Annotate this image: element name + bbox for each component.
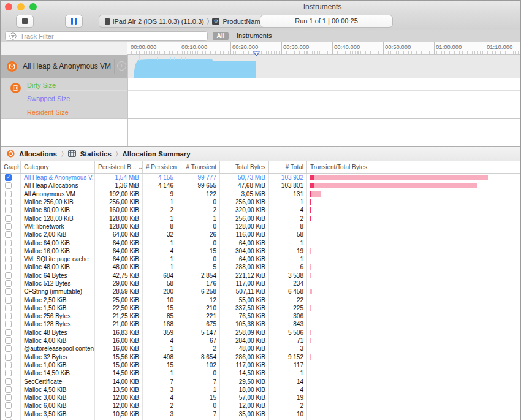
category-cell: Malloc 128 Bytes <box>21 320 95 328</box>
column-header-num-transient[interactable]: # Transient <box>177 161 220 173</box>
table-row[interactable]: Malloc 48,00 KiB48,00 KiB15288,00 KiB6 <box>1 263 520 271</box>
table-row[interactable]: Malloc 128,00 KiB128,00 KiB11256,00 KiB2 <box>1 214 520 222</box>
table-row[interactable]: Malloc 48 Bytes16,83 KiB3595 147258,09 K… <box>1 329 520 337</box>
minimize-window-icon[interactable] <box>17 3 25 10</box>
table-row[interactable]: All Heap Allocations1,36 MiB4 14699 6554… <box>1 181 520 189</box>
pause-button[interactable] <box>65 15 83 28</box>
table-row[interactable]: Malloc 80,00 KiB160,00 KiB22320,00 KiB4 <box>1 206 520 214</box>
column-header-category[interactable]: Category <box>21 161 95 173</box>
graph-checkbox[interactable] <box>5 378 12 385</box>
table-row[interactable]: Malloc 128 Bytes21,00 KiB168675105,38 Ki… <box>1 320 520 328</box>
breadcrumb-statistics[interactable]: Statistics <box>80 150 112 158</box>
table-row[interactable]: Malloc 512 Bytes29,00 KiB58176117,00 KiB… <box>1 280 520 288</box>
stat-label-resident-size[interactable]: Resident Size <box>27 109 69 116</box>
table-row[interactable]: Malloc 4,50 KiB13,50 KiB3118,00 KiB4 <box>1 386 520 394</box>
table-row[interactable]: @autoreleasepool content16,00 KiB1248,00… <box>1 345 520 353</box>
playhead-marker-icon[interactable] <box>253 51 260 56</box>
column-header-num-persistent[interactable]: # Persistent <box>143 161 177 173</box>
table-row[interactable]: Malloc 64,00 KiB64,00 KiB1064,00 KiB1 <box>1 239 520 246</box>
table-row[interactable]: Malloc 1,50 KiB22,50 KiB15210337,50 KiB2… <box>1 304 520 312</box>
graph-checkbox[interactable] <box>5 297 12 304</box>
graph-checkbox[interactable] <box>5 199 12 205</box>
graph-checkbox[interactable] <box>5 215 12 222</box>
graph-checkbox[interactable] <box>5 191 12 197</box>
graph-checkbox[interactable] <box>5 207 12 213</box>
table-row[interactable]: Malloc 3,50 KiB10,50 KiB3735,00 KiB10 <box>1 410 520 418</box>
all-badge[interactable]: All <box>213 32 229 40</box>
breadcrumb-allocation-summary[interactable]: Allocation Summary <box>122 150 190 158</box>
graph-checkbox[interactable] <box>5 231 12 238</box>
graph-checkbox[interactable] <box>5 256 12 262</box>
time-tick-label: 00:20.000 <box>232 44 258 50</box>
graph-checkbox[interactable] <box>5 402 12 409</box>
track-vm-sizes[interactable]: Dirty SizeSwapped SizeResident Size <box>1 78 520 119</box>
column-header-total-bytes[interactable]: Total Bytes <box>220 161 269 173</box>
table-row[interactable]: All Anonymous VM192,00 KiB91223,05 MiB13… <box>1 190 520 198</box>
table-row[interactable]: SecCertificate14,00 KiB7729,50 KiB14 <box>1 377 520 385</box>
table-row[interactable]: Malloc 1,00 KiB15,00 KiB15102117,00 KiB1… <box>1 361 520 369</box>
stat-label-dirty-size[interactable]: Dirty Size <box>27 82 56 89</box>
column-header-transient-total-bytes[interactable]: Transient/Total Bytes <box>307 161 520 173</box>
playhead-line[interactable] <box>256 55 256 146</box>
time-ruler[interactable]: 00:00.00000:10.00000:20.00000:30.00000:4… <box>1 42 520 55</box>
stop-button[interactable] <box>16 15 34 28</box>
table-row[interactable]: Malloc 16,00 KiB64,00 KiB415304,00 KiB19 <box>1 247 520 255</box>
graph-checkbox[interactable] <box>5 362 12 368</box>
track-label-all-heap[interactable]: All Heap & Anonymous VM + <box>1 55 127 78</box>
add-instrument-button[interactable]: + <box>117 61 126 71</box>
track-label-vm-sizes[interactable]: Dirty SizeSwapped SizeResident Size <box>1 78 127 118</box>
graph-checkbox[interactable] <box>5 288 12 295</box>
graph-checkbox[interactable] <box>5 272 12 279</box>
track-title: All Heap & Anonymous VM <box>23 62 111 71</box>
run-info[interactable]: Run 1 of 1 | 00:00:25 <box>260 15 393 28</box>
table-row[interactable]: CFString (immutable)28,59 KiB2006 258507… <box>1 288 520 296</box>
table-row[interactable]: Malloc 2,50 KiB25,00 KiB101255,00 KiB22 <box>1 296 520 304</box>
graph-checkbox[interactable] <box>5 240 12 246</box>
graph-checkbox[interactable] <box>5 313 12 319</box>
graph-checkbox[interactable] <box>5 386 12 393</box>
table-row[interactable]: Malloc 3,00 KiB12,00 KiB41557,00 KiB19 <box>1 394 520 402</box>
zoom-window-icon[interactable] <box>29 3 37 10</box>
graph-checkbox[interactable] <box>5 321 12 327</box>
graph-checkbox[interactable] <box>5 248 12 254</box>
table-row[interactable]: Malloc 32 Bytes15,56 KiB4988 654286,00 K… <box>1 353 520 361</box>
pause-icon <box>71 18 77 25</box>
graph-checkbox[interactable] <box>5 354 12 361</box>
table-row[interactable]: Malloc 64 Bytes42,75 KiB6842 854221,12 K… <box>1 272 520 280</box>
table-row[interactable]: VM: libnetwork128,00 KiB80128,00 KiB8 <box>1 223 520 231</box>
category-cell: Malloc 48,00 KiB <box>21 263 95 271</box>
allocations-track-icon <box>7 61 17 72</box>
graph-checkbox[interactable] <box>5 411 12 418</box>
graph-checkbox[interactable] <box>5 394 12 401</box>
table-row[interactable]: Malloc 2,00 KiB64,00 KiB3226116,00 KiB58 <box>1 231 520 239</box>
graph-checkbox[interactable] <box>5 305 12 311</box>
breadcrumb-allocations[interactable]: Allocations <box>19 150 57 158</box>
track-filter-input[interactable] <box>20 32 203 40</box>
graph-checkbox[interactable] <box>5 182 12 189</box>
allocation-summary-table[interactable]: ✓All Heap & Anonymous V...1,54 MiB4 1559… <box>1 174 520 420</box>
graph-checkbox[interactable] <box>5 370 12 376</box>
graph-checkbox[interactable] <box>5 337 12 344</box>
close-window-icon[interactable] <box>5 3 12 10</box>
graph-checkbox[interactable] <box>5 280 12 287</box>
table-row[interactable]: VM: SQLite page cache64,00 KiB1064,00 Ki… <box>1 255 520 263</box>
table-row[interactable]: Malloc 14,50 KiB14,50 KiB1014,50 KiB1 <box>1 369 520 377</box>
column-header-persistent-bytes[interactable]: Persistent B...⌄ <box>95 161 143 173</box>
track-filter-field[interactable] <box>5 31 208 41</box>
graph-checkbox[interactable] <box>5 264 12 270</box>
table-row[interactable]: Malloc 4,00 KiB16,00 KiB467284,00 KiB71 <box>1 337 520 345</box>
column-header-num-total[interactable]: # Total <box>269 161 307 173</box>
graph-checkbox[interactable] <box>5 223 12 230</box>
table-row[interactable]: Malloc 256 Bytes21,25 KiB8522176,50 KiB3… <box>1 312 520 320</box>
stat-label-swapped-size[interactable]: Swapped Size <box>27 95 70 102</box>
column-header-graph[interactable]: Graph <box>1 161 21 173</box>
graph-checkbox[interactable] <box>5 329 12 336</box>
track-all-heap[interactable]: All Heap & Anonymous VM + <box>1 55 520 78</box>
table-row[interactable]: Malloc 6,00 KiB12,00 KiB2012,00 KiB2 <box>1 402 520 410</box>
graph-checkbox[interactable] <box>5 345 12 352</box>
transient-total-bar-cell <box>307 337 520 345</box>
table-row[interactable]: Malloc 256,00 KiB256,00 KiB10256,00 KiB1 <box>1 198 520 206</box>
table-row[interactable]: ✓All Heap & Anonymous V...1,54 MiB4 1559… <box>1 174 520 181</box>
usage-bar <box>310 305 311 311</box>
graph-checkbox-checked[interactable]: ✓ <box>5 174 12 181</box>
